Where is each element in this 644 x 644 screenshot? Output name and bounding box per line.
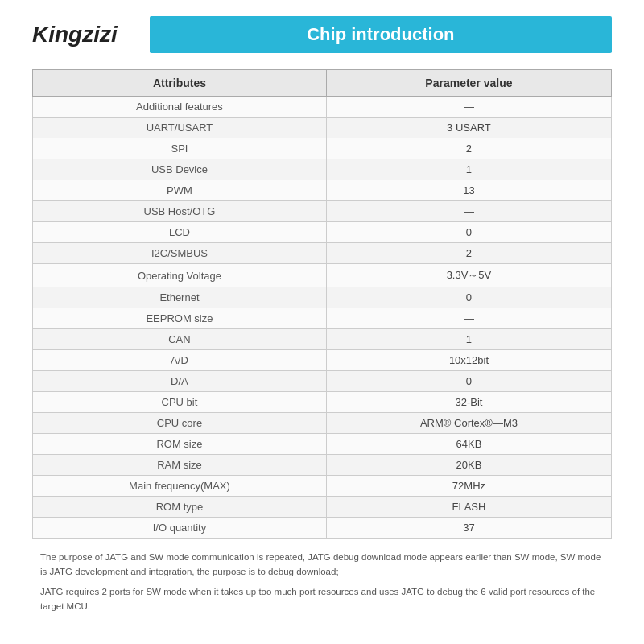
value-cell: — [326, 97, 611, 118]
value-cell: 20KB [326, 455, 611, 476]
value-cell: FLASH [326, 497, 611, 518]
table-row: RAM size20KB [33, 455, 612, 476]
value-cell: — [326, 201, 611, 222]
value-cell: 1 [326, 329, 611, 350]
table-row: Ethernet0 [33, 287, 612, 308]
attribute-cell: Operating Voltage [33, 264, 327, 287]
table-row: Main frequency(MAX)72MHz [33, 476, 612, 497]
value-cell: 0 [326, 222, 611, 243]
table-row: Operating Voltage3.3V～5V [33, 264, 612, 287]
value-cell: 2 [326, 138, 611, 159]
value-cell: 0 [326, 287, 611, 308]
value-cell: 32-Bit [326, 392, 611, 413]
attribute-cell: I2C/SMBUS [33, 243, 327, 264]
table-row: UART/USART3 USART [33, 118, 612, 138]
page-wrapper: Kingzizi Chip introduction Attributes Pa… [0, 0, 644, 644]
attribute-cell: ROM type [33, 497, 327, 518]
attribute-cell: Main frequency(MAX) [33, 476, 327, 497]
attribute-cell: RAM size [33, 455, 327, 476]
value-cell: 3 USART [326, 118, 611, 138]
footnote-section: The purpose of JATG and SW mode communic… [32, 550, 612, 614]
table-row: ROM typeFLASH [33, 497, 612, 518]
table-container: Attributes Parameter value Additional fe… [32, 69, 612, 539]
value-cell: 13 [326, 180, 611, 201]
attribute-cell: LCD [33, 222, 327, 243]
attribute-cell: Ethernet [33, 287, 327, 308]
value-cell: 37 [326, 518, 611, 539]
attribute-cell: CPU bit [33, 392, 327, 413]
attribute-cell: CAN [33, 329, 327, 350]
value-cell: — [326, 308, 611, 329]
attribute-cell: PWM [33, 180, 327, 201]
table-row: USB Host/OTG— [33, 201, 612, 222]
table-row: A/D10x12bit [33, 350, 612, 371]
table-row: SPI2 [33, 138, 612, 159]
col-parameter-header: Parameter value [326, 70, 611, 97]
attribute-cell: ROM size [33, 434, 327, 455]
table-row: ROM size64KB [33, 434, 612, 455]
table-row: EEPROM size— [33, 308, 612, 329]
attribute-cell: I/O quantity [33, 518, 327, 539]
table-row: CPU bit32-Bit [33, 392, 612, 413]
attribute-cell: UART/USART [33, 118, 327, 138]
footnote-2: JATG requires 2 ports for SW mode when i… [40, 584, 604, 614]
attribute-cell: CPU core [33, 413, 327, 434]
col-attributes-header: Attributes [33, 70, 327, 97]
table-row: I/O quantity37 [33, 518, 612, 539]
attribute-cell: SPI [33, 138, 327, 159]
table-row: Additional features— [33, 97, 612, 118]
value-cell: 2 [326, 243, 611, 264]
footnote-1: The purpose of JATG and SW mode communic… [40, 550, 604, 580]
attribute-cell: Additional features [33, 97, 327, 118]
value-cell: 10x12bit [326, 350, 611, 371]
header: Kingzizi Chip introduction [32, 16, 612, 53]
table-row: USB Device1 [33, 159, 612, 180]
brand-title: Kingzizi [32, 22, 118, 47]
table-row: LCD0 [33, 222, 612, 243]
table-row: D/A0 [33, 371, 612, 392]
value-cell: 3.3V～5V [326, 264, 611, 287]
chip-table: Attributes Parameter value Additional fe… [32, 69, 612, 539]
value-cell: 64KB [326, 434, 611, 455]
chip-title-box: Chip introduction [150, 16, 612, 53]
value-cell: 72MHz [326, 476, 611, 497]
attribute-cell: D/A [33, 371, 327, 392]
value-cell: 0 [326, 371, 611, 392]
value-cell: 1 [326, 159, 611, 180]
table-row: CAN1 [33, 329, 612, 350]
value-cell: ARM® Cortex®—M3 [326, 413, 611, 434]
table-row: I2C/SMBUS2 [33, 243, 612, 264]
attribute-cell: USB Device [33, 159, 327, 180]
attribute-cell: USB Host/OTG [33, 201, 327, 222]
attribute-cell: A/D [33, 350, 327, 371]
table-row: CPU coreARM® Cortex®—M3 [33, 413, 612, 434]
table-row: PWM13 [33, 180, 612, 201]
attribute-cell: EEPROM size [33, 308, 327, 329]
